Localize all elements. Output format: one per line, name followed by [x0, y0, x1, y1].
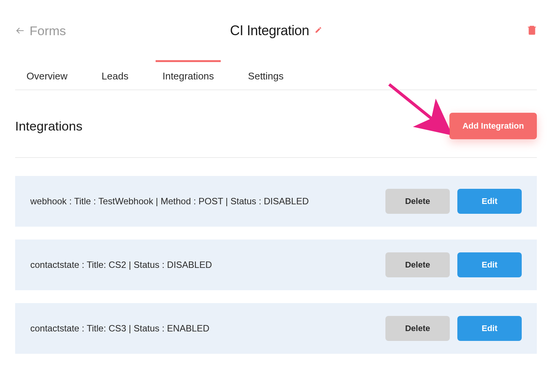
- section-header: Integrations Add Integration: [15, 113, 537, 158]
- integration-actions: Delete Edit: [385, 189, 522, 214]
- back-link[interactable]: Forms: [15, 23, 189, 38]
- edit-button[interactable]: Edit: [457, 316, 522, 341]
- tab-settings[interactable]: Settings: [248, 61, 284, 90]
- pencil-icon: [315, 26, 322, 34]
- integration-text: contactstate : Title: CS2 | Status : DIS…: [30, 259, 212, 271]
- delete-button[interactable]: Delete: [385, 189, 450, 214]
- title-wrap: CI Integration: [189, 23, 363, 39]
- delete-page-button[interactable]: [527, 24, 537, 37]
- page-title: CI Integration: [230, 23, 309, 39]
- delete-button[interactable]: Delete: [385, 316, 450, 341]
- integration-row: webhook : Title : TestWebhook | Method :…: [15, 176, 537, 227]
- integration-row: contactstate : Title: CS2 | Status : DIS…: [15, 240, 537, 290]
- integration-list: webhook : Title : TestWebhook | Method :…: [15, 176, 537, 354]
- integration-row: contactstate : Title: CS3 | Status : ENA…: [15, 303, 537, 354]
- tab-leads[interactable]: Leads: [101, 61, 128, 90]
- integration-actions: Delete Edit: [385, 316, 522, 341]
- tabs: Overview Leads Integrations Settings: [15, 61, 537, 90]
- back-label: Forms: [30, 23, 66, 38]
- trash-icon: [527, 24, 537, 36]
- edit-button[interactable]: Edit: [457, 189, 522, 214]
- tab-overview[interactable]: Overview: [27, 61, 67, 90]
- integration-text: webhook : Title : TestWebhook | Method :…: [30, 195, 309, 207]
- arrow-left-icon: [15, 26, 25, 36]
- edit-title-button[interactable]: [315, 26, 322, 35]
- add-integration-button[interactable]: Add Integration: [449, 113, 537, 139]
- section-heading: Integrations: [15, 119, 83, 134]
- svg-line-1: [389, 84, 438, 124]
- tab-integrations[interactable]: Integrations: [162, 61, 214, 90]
- edit-button[interactable]: Edit: [457, 252, 522, 277]
- integration-actions: Delete Edit: [385, 252, 522, 277]
- page-header: Forms CI Integration: [15, 23, 537, 39]
- delete-button[interactable]: Delete: [385, 252, 450, 277]
- integration-text: contactstate : Title: CS3 | Status : ENA…: [30, 322, 209, 334]
